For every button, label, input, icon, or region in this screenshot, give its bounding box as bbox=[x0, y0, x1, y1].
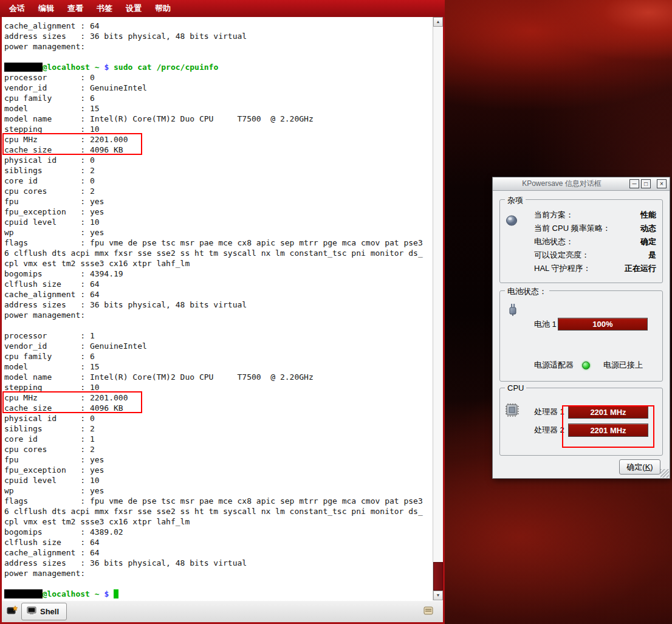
terminal-text-span: physical id : 0 bbox=[4, 414, 95, 423]
terminal-text-span: vendor_id : GenuineIntel bbox=[4, 341, 147, 351]
terminal-line: cpu family : 6 bbox=[4, 93, 433, 103]
terminal-line: cache_alignment : 64 bbox=[4, 289, 433, 300]
dialog-titlebar[interactable]: KPowersave 信息对话框 ─ □ × bbox=[493, 177, 670, 191]
battery-group-title: 电池状态： bbox=[505, 286, 549, 297]
terminal-text-span: cpu cores : 2 bbox=[4, 187, 95, 196]
terminal-line: fpu_exception : yes bbox=[4, 465, 433, 475]
info-value: 动态 bbox=[640, 223, 656, 234]
terminal-text-span: fpu_exception : yes bbox=[4, 207, 104, 216]
redacted-username bbox=[4, 63, 43, 72]
terminal-text-span: cpu cores : 2 bbox=[4, 445, 95, 454]
maximize-button[interactable]: □ bbox=[641, 179, 651, 188]
terminal-text-span: cpu family : 6 bbox=[4, 352, 95, 361]
new-session-icon bbox=[6, 605, 18, 619]
terminal-line: model name : Intel(R) Core(TM)2 Duo CPU … bbox=[4, 372, 433, 382]
terminal-text-span: siblings : 2 bbox=[4, 424, 95, 433]
cpu-rows: 处理器 12201 MHz处理器 22201 MHz bbox=[534, 405, 656, 437]
terminal-icon bbox=[27, 606, 36, 617]
terminal-text-span: cpl vmx est tm2 ssse3 cx16 xtpr lahf_lm bbox=[4, 259, 190, 268]
minimize-button[interactable]: ─ bbox=[629, 179, 639, 188]
terminal-cursor bbox=[114, 589, 118, 598]
dialog-title: KPowersave 信息对话框 bbox=[496, 179, 628, 189]
terminal-line: cpu MHz : 2201.000 bbox=[4, 393, 433, 403]
terminal-text-span: flags : fpu vme de pse tsc msr pae mce c… bbox=[4, 496, 423, 506]
terminal-text-span: bogomips : 4394.19 bbox=[4, 269, 123, 278]
terminal-line: flags : fpu vme de pse tsc msr pae mce c… bbox=[4, 238, 433, 248]
kpowersave-dialog: KPowersave 信息对话框 ─ □ × 杂项 当前方案：性能当前 CPU … bbox=[492, 177, 670, 479]
terminal-line: fpu_exception : yes bbox=[4, 207, 433, 217]
terminal-text-span: address sizes : 36 bits physical, 48 bit… bbox=[4, 558, 247, 567]
terminal-line: address sizes : 36 bits physical, 48 bit… bbox=[4, 558, 433, 568]
terminal-output[interactable]: cache_alignment : 64address sizes : 36 b… bbox=[2, 17, 433, 600]
info-row: 电池状态：确定 bbox=[534, 235, 656, 249]
ok-button[interactable]: 确定(K) bbox=[619, 459, 660, 475]
terminal-text-span: cpl vmx est tm2 ssse3 cx16 xtpr lahf_lm bbox=[4, 517, 190, 526]
konsole-window: 会话编辑查看书签设置帮助 cache_alignment : 64address… bbox=[0, 0, 445, 624]
menu-session[interactable]: 会话 bbox=[2, 1, 32, 16]
terminal-line: clflush size : 64 bbox=[4, 537, 433, 547]
session-list-button[interactable] bbox=[421, 605, 436, 619]
menu-edit[interactable]: 编辑 bbox=[32, 1, 61, 16]
terminal-text-span: siblings : 2 bbox=[4, 166, 95, 175]
cpu-frequency-value: 2201 MHz bbox=[590, 408, 626, 417]
terminal-text-span: cache size : 4096 KB bbox=[4, 403, 123, 413]
terminal-line: cpl vmx est tm2 ssse3 cx16 xtpr lahf_lm bbox=[4, 516, 433, 527]
terminal-text-span: model name : Intel(R) Core(TM)2 Duo CPU … bbox=[4, 114, 314, 123]
adapter-row: 电源适配器 电源已接上 bbox=[534, 360, 656, 371]
terminal-line: processor : 1 bbox=[4, 331, 433, 341]
menu-bookmarks[interactable]: 书签 bbox=[90, 1, 119, 16]
terminal-text-span: fpu : yes bbox=[4, 455, 104, 464]
new-session-button[interactable] bbox=[4, 603, 20, 620]
terminal-text-span: stepping : 10 bbox=[4, 383, 100, 392]
tab-shell[interactable]: Shell bbox=[21, 603, 67, 620]
terminal-line bbox=[4, 578, 433, 589]
terminal-line: cpu MHz : 2201.000 bbox=[4, 134, 433, 145]
terminal-text-span: bogomips : 4389.02 bbox=[4, 527, 123, 537]
info-label: HAL 守护程序： bbox=[534, 263, 591, 274]
terminal-text-span: 6 clflush dts acpi mmx fxsr sse sse2 ss … bbox=[4, 507, 423, 516]
terminal-text-span: core id : 0 bbox=[4, 176, 95, 185]
cpu-group: CPU 处理器 12201 MHz处理器 22201 MHz bbox=[499, 388, 663, 456]
terminal-line: cpu cores : 2 bbox=[4, 186, 433, 196]
terminal-text-span: clflush size : 64 bbox=[4, 538, 100, 547]
terminal-scrollbar[interactable]: ▲ ▼ bbox=[433, 17, 443, 600]
menu-help[interactable]: 帮助 bbox=[148, 1, 177, 16]
terminal-text-span: model name : Intel(R) Core(TM)2 Duo CPU … bbox=[4, 372, 314, 382]
menu-settings[interactable]: 设置 bbox=[119, 1, 148, 16]
scrollbar-track[interactable] bbox=[433, 27, 443, 591]
terminal-line: model name : Intel(R) Core(TM)2 Duo CPU … bbox=[4, 114, 433, 124]
resize-grip[interactable] bbox=[660, 469, 669, 478]
terminal-line: physical id : 0 bbox=[4, 155, 433, 165]
scrollbar-up-button[interactable]: ▲ bbox=[433, 17, 443, 27]
terminal-line: fpu : yes bbox=[4, 196, 433, 207]
info-value: 确定 bbox=[640, 236, 656, 247]
terminal-text-span: address sizes : 36 bits physical, 48 bit… bbox=[4, 300, 247, 309]
terminal-line: physical id : 0 bbox=[4, 413, 433, 423]
terminal-text-span: power management: bbox=[4, 569, 85, 578]
close-button[interactable]: × bbox=[657, 179, 667, 188]
battery-progressbar: 100% bbox=[558, 318, 648, 331]
terminal-line: 6 clflush dts acpi mmx fxsr sse sse2 ss … bbox=[4, 248, 433, 258]
terminal-line: cpuid level : 10 bbox=[4, 475, 433, 485]
terminal-text-span: wp : yes bbox=[4, 486, 104, 495]
terminal-line: cpu cores : 2 bbox=[4, 444, 433, 454]
info-row: HAL 守护程序：正在运行 bbox=[534, 262, 656, 275]
terminal-line: cpuid level : 10 bbox=[4, 217, 433, 227]
info-label: 可以设定亮度： bbox=[534, 250, 589, 261]
battery-group: 电池状态： 电池 1 100% 电源适配器 电源已接上 bbox=[499, 290, 663, 382]
battery-row: 电池 1 100% bbox=[534, 318, 656, 331]
terminal-view[interactable]: cache_alignment : 64address sizes : 36 b… bbox=[2, 17, 443, 600]
processor-row: 处理器 22201 MHz bbox=[534, 423, 656, 437]
battery-percent: 100% bbox=[592, 320, 612, 329]
dialog-body: 杂项 当前方案：性能当前 CPU 频率策略：动态电池状态：确定可以设定亮度：是H… bbox=[493, 191, 670, 479]
scrollbar-thumb[interactable] bbox=[433, 562, 443, 591]
adapter-led-indicator bbox=[582, 362, 590, 369]
terminal-text-span: clflush size : 64 bbox=[4, 279, 100, 289]
terminal-text-span: 6 clflush dts acpi mmx fxsr sse sse2 ss … bbox=[4, 249, 423, 258]
menu-view[interactable]: 查看 bbox=[61, 1, 90, 16]
terminal-text-span: @localhost ~ bbox=[43, 589, 105, 598]
terminal-text-span: vendor_id : GenuineIntel bbox=[4, 83, 147, 92]
terminal-line: cpu family : 6 bbox=[4, 351, 433, 362]
terminal-text-span: address sizes : 36 bits physical, 48 bit… bbox=[4, 32, 247, 41]
scrollbar-down-button[interactable]: ▼ bbox=[433, 591, 443, 600]
